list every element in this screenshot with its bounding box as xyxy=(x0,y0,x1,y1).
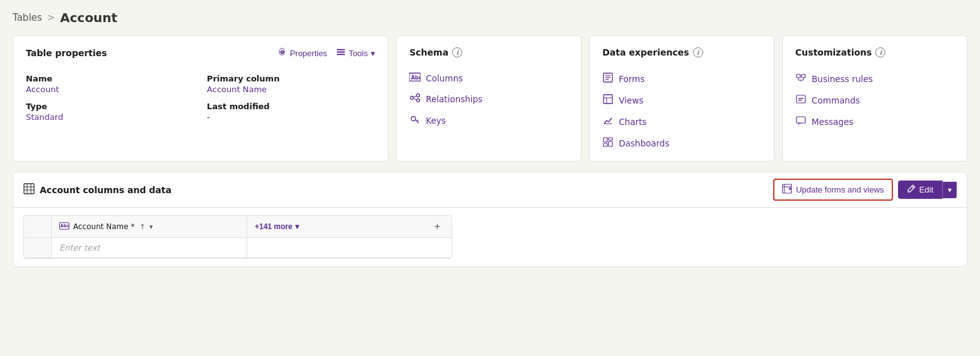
custom-title: Customizations xyxy=(795,47,872,57)
columns-link[interactable]: Abc Columns xyxy=(409,73,568,84)
update-forms-label: Update forms and views xyxy=(796,185,884,194)
svg-rect-34 xyxy=(796,117,805,123)
columns-label: Columns xyxy=(426,73,463,83)
tools-chevron-icon: ▾ xyxy=(371,49,375,58)
relationships-link[interactable]: Relationships xyxy=(409,93,568,105)
business-rules-link[interactable]: Business rules xyxy=(795,73,954,85)
data-table-area: Abc Account Name * ↑ ▾ +141 more ▾ xyxy=(13,208,967,266)
gear-icon xyxy=(277,47,287,59)
forms-link[interactable]: Forms xyxy=(602,73,761,85)
customizations-card: Customizations i xyxy=(782,35,967,162)
messages-label: Messages xyxy=(812,117,853,127)
data-exp-links: Forms Views xyxy=(602,73,761,150)
svg-rect-26 xyxy=(802,74,805,78)
schema-title-group: Schema i xyxy=(409,47,462,57)
charts-link[interactable]: Charts xyxy=(602,116,761,128)
primary-col-value[interactable]: Account Name xyxy=(207,85,375,94)
charts-label: Charts xyxy=(619,117,646,127)
data-exp-header: Data experiences i xyxy=(602,47,761,62)
account-name-cell[interactable]: Enter text xyxy=(52,238,247,258)
commands-icon xyxy=(795,94,807,107)
breadcrumb: Tables > Account xyxy=(13,10,967,25)
table-props-title: Table properties xyxy=(26,48,107,58)
more-cols-button[interactable]: +141 more ▾ xyxy=(255,222,299,231)
properties-button[interactable]: Properties xyxy=(277,47,327,59)
breadcrumb-account: Account xyxy=(60,10,117,25)
svg-text:Abc: Abc xyxy=(61,223,69,228)
views-link[interactable]: Views xyxy=(602,94,761,107)
commands-label: Commands xyxy=(812,95,860,105)
sort-asc-icon[interactable]: ↑ xyxy=(139,223,145,231)
update-forms-button[interactable]: Update forms and views xyxy=(773,179,892,201)
svg-point-6 xyxy=(417,94,420,97)
biz-rules-icon xyxy=(795,73,807,85)
schema-info-icon[interactable]: i xyxy=(452,47,462,57)
card-tools: Properties Tools ▾ xyxy=(277,47,376,59)
custom-card-header: Customizations i xyxy=(795,47,954,62)
commands-link[interactable]: Commands xyxy=(795,94,954,107)
data-table: Abc Account Name * ↑ ▾ +141 more ▾ xyxy=(23,215,452,259)
edit-button-group: Edit ▾ xyxy=(898,181,957,199)
svg-rect-24 xyxy=(604,143,607,146)
tools-button[interactable]: Tools ▾ xyxy=(336,47,375,59)
relationships-label: Relationships xyxy=(426,94,482,104)
svg-rect-35 xyxy=(24,184,34,194)
edit-label: Edit xyxy=(919,185,933,194)
col-filter-chevron-icon[interactable]: ▾ xyxy=(149,223,153,231)
tools-label: Tools xyxy=(349,49,368,58)
custom-info-icon[interactable]: i xyxy=(875,47,885,57)
bottom-section: Account columns and data Update forms an… xyxy=(13,172,967,267)
name-value[interactable]: Account xyxy=(26,85,194,94)
row-num-header xyxy=(24,216,52,238)
name-label: Name xyxy=(26,74,194,83)
views-icon xyxy=(602,94,614,107)
schema-links: Abc Columns Rel xyxy=(409,73,568,127)
custom-links: Business rules Commands xyxy=(795,73,954,128)
dashboards-label: Dashboards xyxy=(619,138,669,148)
last-modified-value: - xyxy=(207,112,375,122)
cards-row: Table properties Properties xyxy=(13,35,967,162)
svg-point-7 xyxy=(417,99,420,102)
primary-col-label: Primary column xyxy=(207,74,375,83)
breadcrumb-tables[interactable]: Tables xyxy=(13,12,42,23)
update-forms-icon xyxy=(782,184,792,196)
type-prop: Type Standard xyxy=(26,102,194,122)
last-modified-prop: Last modified - xyxy=(207,102,375,122)
account-name-col-label: Account Name * xyxy=(73,222,134,231)
svg-rect-17 xyxy=(604,95,612,104)
tools-icon xyxy=(336,47,346,59)
data-exp-title-group: Data experiences i xyxy=(602,47,703,57)
add-col-plus-icon: + xyxy=(435,221,440,232)
keys-link[interactable]: Keys xyxy=(409,114,568,127)
edit-dropdown-button[interactable]: ▾ xyxy=(943,182,957,198)
row-num-cell xyxy=(24,238,52,258)
svg-rect-31 xyxy=(796,95,805,103)
svg-rect-1 xyxy=(337,52,345,53)
dashboards-link[interactable]: Dashboards xyxy=(602,137,761,150)
charts-icon xyxy=(602,116,614,128)
account-name-header[interactable]: Abc Account Name * ↑ ▾ xyxy=(52,216,247,238)
abc-icon: Abc xyxy=(409,73,421,84)
edit-button[interactable]: Edit xyxy=(898,181,943,199)
business-rules-label: Business rules xyxy=(812,74,873,84)
more-data-cell xyxy=(247,238,452,258)
more-cols-chevron-icon: ▾ xyxy=(295,222,299,231)
svg-point-5 xyxy=(411,97,414,100)
properties-label: Properties xyxy=(290,49,327,58)
bottom-header: Account columns and data Update forms an… xyxy=(13,172,967,208)
custom-title-group: Customizations i xyxy=(795,47,885,57)
messages-link[interactable]: Messages xyxy=(795,116,954,128)
schema-title: Schema xyxy=(409,47,448,57)
type-value[interactable]: Standard xyxy=(26,112,194,122)
table-grid-icon xyxy=(23,183,35,196)
add-column-button[interactable]: + xyxy=(431,221,444,232)
schema-card: Schema i Abc Columns xyxy=(396,35,581,162)
svg-line-12 xyxy=(417,120,418,121)
primary-col-prop: Primary column Account Name xyxy=(207,74,375,94)
dashboards-icon xyxy=(602,137,614,150)
more-cols-label: +141 more xyxy=(255,222,293,231)
data-exp-info-icon[interactable]: i xyxy=(693,47,703,57)
table-properties-card: Table properties Properties xyxy=(13,35,388,162)
table-row: Enter text xyxy=(24,238,452,258)
breadcrumb-separator: > xyxy=(47,12,55,23)
